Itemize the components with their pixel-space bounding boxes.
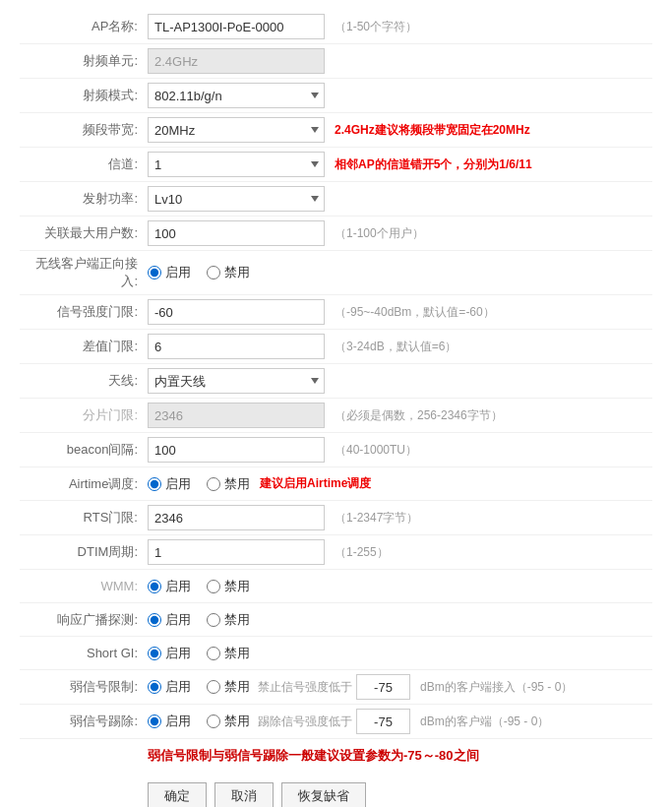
- weak-signal-remove-radio-group: 启用 禁用: [148, 713, 250, 730]
- radio-unit-control: [148, 48, 652, 74]
- footer-buttons: 确定 取消 恢复缺省: [20, 773, 652, 807]
- weak-signal-limit-input[interactable]: [356, 674, 410, 700]
- client-access-enable-radio[interactable]: [148, 266, 161, 279]
- radio-unit-input: [148, 48, 325, 74]
- cancel-button[interactable]: 取消: [214, 782, 274, 807]
- channel-select-wrapper: 1234 5678 910111213: [148, 152, 325, 177]
- confirm-button[interactable]: 确定: [148, 782, 207, 807]
- short-gi-enable-option[interactable]: 启用: [148, 645, 191, 662]
- airtime-disable-radio[interactable]: [207, 477, 220, 491]
- weak-signal-limit-hint2: dBm的客户端接入（-95 - 0）: [420, 679, 573, 696]
- short-gi-row: Short GI: 启用 禁用: [20, 637, 652, 670]
- weak-signal-remove-input[interactable]: [356, 709, 410, 734]
- client-access-disable-label: 禁用: [224, 264, 250, 281]
- wmm-radio-group: 启用 禁用: [148, 578, 250, 595]
- signal-limit-row: 信号强度门限: （-95~-40dBm，默认值=-60）: [20, 295, 652, 330]
- weak-signal-limit-disable-label: 禁用: [224, 678, 250, 696]
- channel-select[interactable]: 1234 5678 910111213: [148, 152, 325, 177]
- wmm-enable-radio[interactable]: [148, 580, 161, 593]
- weak-signal-remove-disable-option[interactable]: 禁用: [207, 713, 250, 730]
- weak-signal-limit-enable-radio[interactable]: [148, 680, 161, 694]
- weak-signal-limit-label: 弱信号限制:: [20, 678, 148, 696]
- probe-enable-option[interactable]: 启用: [148, 611, 191, 629]
- probe-enable-radio[interactable]: [148, 613, 161, 627]
- wmm-label: WMM:: [20, 579, 148, 593]
- weak-signal-remove-control: 启用 禁用 踢除信号强度低于 dBm的客户端（-95 - 0）: [148, 709, 652, 734]
- radio-unit-label: 射频单元:: [20, 52, 148, 70]
- signal-limit-input[interactable]: [148, 299, 325, 325]
- weak-signal-limit-hint1: 禁止信号强度低于: [258, 679, 352, 696]
- ap-name-row: AP名称: （1-50个字符）: [20, 10, 652, 44]
- weak-signal-limit-radio-group: 启用 禁用: [148, 678, 250, 696]
- rts-label: RTS门限:: [20, 509, 148, 527]
- client-access-label: 无线客户端正向接入:: [20, 255, 148, 290]
- client-access-control: 启用 禁用: [148, 264, 652, 281]
- max-users-hint: （1-100个用户）: [335, 225, 424, 242]
- client-access-enable-option[interactable]: 启用: [148, 264, 191, 281]
- frag-limit-input: [148, 403, 325, 428]
- wmm-enable-option[interactable]: 启用: [148, 578, 191, 595]
- probe-label: 响应广播探测:: [20, 611, 148, 629]
- wmm-disable-option[interactable]: 禁用: [207, 578, 250, 595]
- client-access-enable-label: 启用: [165, 264, 191, 281]
- frag-limit-row: 分片门限: （必须是偶数，256-2346字节）: [20, 399, 652, 433]
- short-gi-enable-label: 启用: [165, 645, 191, 662]
- weak-signal-remove-enable-option[interactable]: 启用: [148, 713, 191, 730]
- channel-bw-select-wrapper: 20MHz 40MHz: [148, 117, 325, 143]
- probe-disable-radio[interactable]: [207, 613, 220, 627]
- weak-signal-remove-enable-label: 启用: [165, 713, 191, 730]
- airtime-enable-radio[interactable]: [148, 477, 161, 491]
- weak-signal-remove-label: 弱信号踢除:: [20, 713, 148, 730]
- weak-signal-remove-hint2: dBm的客户端（-95 - 0）: [420, 714, 549, 730]
- wmm-disable-label: 禁用: [224, 578, 250, 595]
- ap-name-input[interactable]: [148, 14, 325, 39]
- channel-bw-select[interactable]: 20MHz 40MHz: [148, 117, 325, 143]
- short-gi-disable-radio[interactable]: [207, 647, 220, 660]
- antenna-select[interactable]: 内置天线 外置天线: [148, 368, 325, 394]
- radio-mode-select[interactable]: 802.11b/g/n 802.11b/g 802.11n: [148, 83, 325, 108]
- rts-input[interactable]: [148, 505, 325, 530]
- dtim-label: DTIM周期:: [20, 543, 148, 561]
- weak-signal-remove-disable-radio[interactable]: [207, 714, 220, 728]
- channel-bw-label: 频段带宽:: [20, 121, 148, 139]
- airtime-hint: 建议启用Airtime调度: [260, 475, 371, 492]
- short-gi-disable-option[interactable]: 禁用: [207, 645, 250, 662]
- airtime-disable-option[interactable]: 禁用: [207, 475, 250, 493]
- settings-form: AP名称: （1-50个字符） 射频单元: 射频模式: 802.11b/g/n …: [0, 0, 672, 807]
- probe-enable-label: 启用: [165, 611, 191, 629]
- weak-signal-limit-disable-option[interactable]: 禁用: [207, 678, 250, 696]
- radio-mode-label: 射频模式:: [20, 87, 148, 104]
- weak-signal-limit-enable-option[interactable]: 启用: [148, 678, 191, 696]
- wmm-control: 启用 禁用: [148, 578, 652, 595]
- client-access-disable-option[interactable]: 禁用: [207, 264, 250, 281]
- restore-button[interactable]: 恢复缺省: [281, 782, 366, 807]
- client-access-disable-radio[interactable]: [207, 266, 220, 279]
- airtime-enable-option[interactable]: 启用: [148, 475, 191, 493]
- diff-limit-control: （3-24dB，默认值=6）: [148, 334, 652, 359]
- short-gi-control: 启用 禁用: [148, 645, 652, 662]
- max-users-input[interactable]: [148, 220, 325, 246]
- diff-limit-row: 差值门限: （3-24dB，默认值=6）: [20, 330, 652, 364]
- airtime-disable-label: 禁用: [224, 475, 250, 493]
- probe-disable-option[interactable]: 禁用: [207, 611, 250, 629]
- wmm-row: WMM: 启用 禁用: [20, 570, 652, 603]
- probe-radio-group: 启用 禁用: [148, 611, 250, 629]
- beacon-control: （40-1000TU）: [148, 437, 652, 463]
- rts-control: （1-2347字节）: [148, 505, 652, 530]
- channel-bw-hint: 2.4GHz建议将频段带宽固定在20MHz: [335, 122, 530, 139]
- diff-limit-hint: （3-24dB，默认值=6）: [335, 339, 457, 355]
- dtim-input[interactable]: [148, 539, 325, 565]
- beacon-row: beacon间隔: （40-1000TU）: [20, 433, 652, 467]
- frag-limit-label: 分片门限:: [20, 406, 148, 424]
- dtim-hint: （1-255）: [335, 544, 389, 561]
- short-gi-enable-radio[interactable]: [148, 647, 161, 660]
- diff-limit-input[interactable]: [148, 334, 325, 359]
- radio-mode-select-wrapper: 802.11b/g/n 802.11b/g 802.11n: [148, 83, 325, 108]
- weak-signal-remove-enable-radio[interactable]: [148, 714, 161, 728]
- tx-power-select[interactable]: Lv10Lv9Lv8Lv7Lv6: [148, 186, 325, 212]
- radio-mode-control: 802.11b/g/n 802.11b/g 802.11n: [148, 83, 652, 108]
- wmm-disable-radio[interactable]: [207, 580, 220, 593]
- beacon-hint: （40-1000TU）: [335, 442, 417, 459]
- beacon-input[interactable]: [148, 437, 325, 463]
- weak-signal-limit-disable-radio[interactable]: [207, 680, 220, 694]
